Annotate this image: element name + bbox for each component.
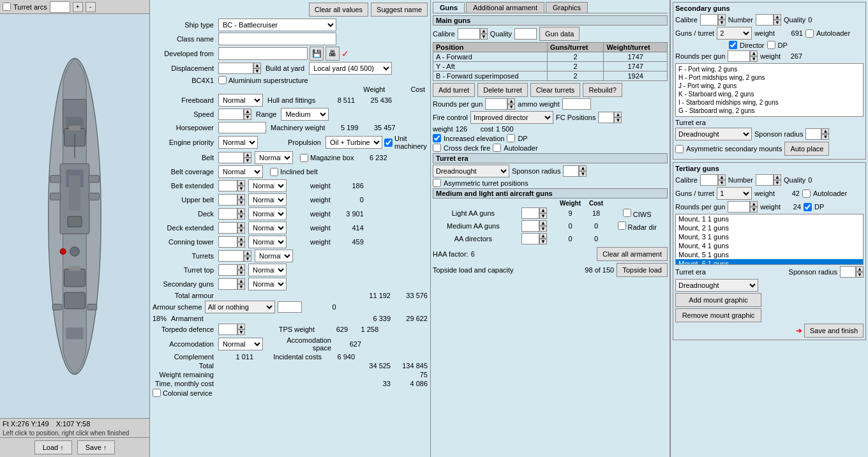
build-at-yard-select[interactable]: Local yard (40 500) [309, 62, 392, 75]
displacement-input[interactable]: 34600 [218, 63, 253, 74]
clear-all-button[interactable]: Clear all values [309, 3, 368, 17]
ter-sponson-radius-up[interactable]: ▲ [856, 266, 864, 272]
calibre-up[interactable]: ▲ [480, 28, 488, 34]
belt-down[interactable]: ▼ [244, 158, 251, 163]
belt-coverage-select[interactable]: Normal [218, 165, 263, 178]
magazine-box-checkbox[interactable] [300, 154, 308, 162]
upper-belt-type-select[interactable]: Normal [248, 193, 287, 206]
belt-spin[interactable]: 11.5 ▲ ▼ [218, 152, 251, 163]
turrets-down[interactable]: ▼ [244, 256, 251, 262]
sec-sponson-radius-down[interactable]: ▼ [821, 134, 829, 140]
conning-tower-type-select[interactable]: Normal [248, 236, 287, 248]
ter-calibre-input[interactable]: 3 [700, 174, 718, 186]
ter-number-spin[interactable]: 6 ▲ ▼ [756, 174, 781, 186]
propulsion-select[interactable]: Oil + Turbine [326, 136, 382, 149]
ter-rounds-up[interactable]: ▲ [750, 201, 758, 207]
sec-rounds-spin[interactable]: 176 ▲ ▼ [728, 50, 758, 62]
ter-autoloader-checkbox[interactable] [802, 190, 811, 198]
remove-mount-graphic-button[interactable]: Remove mount graphic [675, 308, 761, 322]
topside-load-button[interactable]: Topside load [617, 263, 668, 277]
secondary-guns-armour-input[interactable]: 3 [218, 278, 237, 290]
deck-type-select[interactable]: Normal [248, 207, 287, 220]
engine-priority-select[interactable]: Normal [218, 136, 258, 149]
torpedo-defence-up[interactable]: ▲ [237, 324, 245, 329]
sponson-radius-down[interactable]: ▼ [579, 171, 587, 177]
light-aa-spin[interactable]: 8 ▲ ▼ [521, 207, 547, 219]
medium-aa-up[interactable]: ▲ [539, 220, 547, 226]
radar-dir-checkbox[interactable] [618, 221, 626, 230]
horsepower-input[interactable]: 122 164 [218, 122, 266, 133]
light-aa-down[interactable]: ▼ [539, 213, 547, 219]
aa-directors-up[interactable]: ▲ [539, 233, 547, 239]
sec-number-up[interactable]: ▲ [774, 14, 781, 20]
sec-asymmetric-checkbox[interactable] [675, 145, 684, 153]
belt-extended-type-select[interactable]: Normal [248, 179, 287, 192]
turret-top-spin[interactable]: 5 ▲ ▼ [218, 264, 245, 276]
deck-extended-up[interactable]: ▲ [237, 222, 245, 228]
upper-belt-input[interactable]: 0 [218, 194, 237, 206]
belt-input[interactable]: 11.5 [218, 152, 244, 163]
ter-turret-era-select[interactable]: Dreadnought [675, 279, 758, 292]
sponson-radius-spin[interactable]: 0 ▲ ▼ [563, 165, 587, 177]
sec-dp-checkbox[interactable] [767, 41, 775, 49]
autoloader-checkbox[interactable] [493, 144, 501, 152]
medium-aa-input[interactable]: 0 [521, 220, 539, 232]
turrets-spin[interactable]: 11.5 ▲ ▼ [218, 250, 251, 262]
aa-directors-spin[interactable]: 0 ▲ ▼ [521, 233, 547, 244]
ciws-checkbox[interactable] [623, 209, 631, 217]
ter-sponson-radius-spin[interactable]: 6 ▲ ▼ [840, 266, 864, 278]
deck-up[interactable]: ▲ [237, 208, 245, 214]
upper-belt-up[interactable]: ▲ [237, 194, 245, 200]
sec-number-down[interactable]: ▼ [774, 20, 781, 26]
conning-tower-down[interactable]: ▼ [237, 242, 245, 248]
secondary-guns-armour-down[interactable]: ▼ [237, 284, 245, 290]
deck-extended-type-select[interactable]: Normal [248, 221, 287, 234]
ter-sponson-radius-input[interactable]: 6 [840, 266, 856, 278]
secondary-guns-armour-spin[interactable]: 3 ▲ ▼ [218, 278, 245, 290]
ter-rounds-input[interactable]: 220 [728, 201, 750, 213]
armour-pct-input[interactable]: 32% [278, 301, 302, 313]
accomodation-select[interactable]: Normal [218, 338, 263, 350]
ter-sponson-radius-down[interactable]: ▼ [856, 272, 864, 278]
torpedo-defence-down[interactable]: ▼ [237, 329, 245, 335]
dp-checkbox[interactable] [507, 134, 515, 142]
turret-arcs-plus[interactable]: + [73, 2, 83, 12]
turret-top-down[interactable]: ▼ [237, 270, 245, 276]
sec-guns-turret-select[interactable]: 2 [717, 27, 752, 40]
tab-graphics[interactable]: Graphics [546, 2, 588, 13]
displacement-down[interactable]: ▼ [253, 68, 261, 74]
secondary-guns-armour-up[interactable]: ▲ [237, 278, 245, 284]
deck-input[interactable]: 3 [218, 208, 237, 220]
mount-list-item[interactable]: Mount, 5 1 guns [676, 250, 863, 259]
turret-arcs-minus[interactable]: - [86, 2, 96, 12]
tab-additional-armament[interactable]: Additional armament [466, 2, 544, 13]
deck-spin[interactable]: 3 ▲ ▼ [218, 208, 245, 220]
deck-down[interactable]: ▼ [237, 214, 245, 220]
aluminium-checkbox[interactable] [218, 76, 227, 84]
displacement-up[interactable]: ▲ [253, 63, 261, 68]
speed-input[interactable]: 30 [218, 109, 244, 120]
fire-control-select[interactable]: Improved director [470, 111, 553, 124]
auto-place-button[interactable]: Auto place [784, 142, 829, 156]
sec-number-spin[interactable]: 12 ▲ ▼ [756, 14, 781, 26]
turret-top-type-select[interactable]: Normal [248, 264, 287, 276]
secondary-guns-armour-type-select[interactable]: Normal [248, 278, 287, 290]
speed-up[interactable]: ▲ [244, 109, 251, 114]
save-finish-button[interactable]: Save and finish [804, 324, 864, 338]
ter-number-down[interactable]: ▼ [774, 180, 781, 186]
ter-guns-turret-select[interactable]: 1 [717, 187, 752, 200]
ter-number-up[interactable]: ▲ [774, 174, 781, 180]
quality-input[interactable]: 0 [514, 28, 537, 40]
turret-arcs-checkbox[interactable] [3, 3, 11, 11]
clear-turrets-button[interactable]: Clear turrets [530, 83, 581, 97]
turret-top-up[interactable]: ▲ [237, 264, 245, 270]
ter-dp-checkbox[interactable] [804, 203, 812, 211]
aa-directors-down[interactable]: ▼ [539, 239, 547, 244]
belt-extended-spin[interactable]: 2 ▲ ▼ [218, 180, 245, 191]
mount-list-item[interactable]: Mount, 1 1 guns [676, 214, 863, 223]
save-button[interactable]: Save ↑ [77, 440, 116, 454]
armour-scheme-select[interactable]: All or nothing [205, 301, 275, 313]
load-button[interactable]: Load ↑ [34, 440, 72, 454]
class-name-input[interactable]: United States [218, 33, 336, 45]
sec-autoloader-checkbox[interactable] [805, 29, 814, 38]
